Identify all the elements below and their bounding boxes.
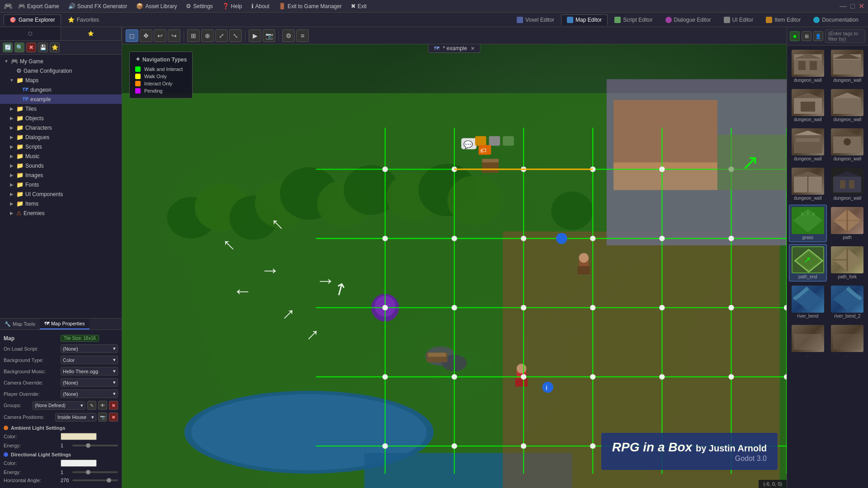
tab-voxel-editor[interactable]: Voxel Editor: [511, 14, 560, 25]
tool-layers[interactable]: ≡: [296, 29, 309, 42]
right-user-button[interactable]: 👤: [813, 31, 823, 41]
tile-dungeon-wall-3[interactable]: dungeon_wall: [789, 87, 827, 124]
menu-settings[interactable]: ⚙ Settings: [182, 2, 216, 10]
on-load-script-select[interactable]: (None) ▾: [61, 344, 118, 353]
camera-positions-delete-button[interactable]: ✖: [109, 413, 118, 422]
map-canvas[interactable]: 🗺 * example ✕: [122, 44, 787, 488]
window-maximize[interactable]: □: [850, 2, 855, 10]
tool-play[interactable]: ▶: [249, 29, 261, 42]
tool-select[interactable]: ◻: [126, 29, 138, 42]
tool-move[interactable]: ✥: [140, 29, 152, 42]
camera-positions-edit-button[interactable]: 📷: [98, 413, 107, 422]
tile-grass[interactable]: grass: [789, 205, 827, 242]
directional-energy-slider[interactable]: [72, 471, 118, 473]
tree-item-items[interactable]: ▶ 📁 Items: [0, 199, 122, 208]
tool-grid[interactable]: ⊞: [187, 29, 200, 42]
tool-settings[interactable]: ⚙: [282, 29, 295, 42]
tree-item-dungeon[interactable]: 🗺 dungeon: [0, 85, 122, 94]
menu-about[interactable]: ℹ About: [248, 2, 273, 10]
tile-dungeon-wall-2[interactable]: dungeon_wall: [829, 47, 867, 85]
left-tab-explorer[interactable]: ⬡: [0, 27, 61, 40]
groups-edit-button[interactable]: ✎: [87, 401, 96, 410]
tab-game-explorer[interactable]: 🎯 Game Explorer: [4, 14, 61, 25]
horizontal-angle-slider[interactable]: [72, 479, 118, 481]
tool-snap[interactable]: ⊕: [201, 29, 214, 42]
tree-item-music[interactable]: ▶ 📁 Music: [0, 151, 122, 161]
tab-documentation[interactable]: Documentation: [807, 14, 864, 25]
right-grid-button[interactable]: ⊞: [802, 31, 811, 41]
tree-item-tiles[interactable]: ▶ 📁 Tiles: [0, 104, 122, 113]
window-minimize[interactable]: —: [840, 2, 847, 10]
tab-map-editor[interactable]: Map Editor: [561, 14, 608, 25]
tile-dungeon-wall-6[interactable]: dungeon_wall: [829, 126, 867, 164]
ambient-color-swatch[interactable]: [61, 433, 97, 440]
menu-sound-fx[interactable]: 🔊 Sound FX Generator: [65, 2, 131, 10]
tree-item-fonts[interactable]: ▶ 📁 Fonts: [0, 180, 122, 189]
tree-item-enemies[interactable]: ▶ ⚠ Enemies: [0, 208, 122, 218]
tile-dungeon-wall-5[interactable]: dungeon_wall: [789, 126, 827, 164]
tool-undo[interactable]: ↩: [154, 29, 166, 42]
menu-export-game[interactable]: 🎮 Export Game: [14, 2, 63, 10]
ambient-energy-slider[interactable]: [72, 445, 118, 446]
tile-river-bend[interactable]: river_bend: [789, 283, 827, 321]
camera-positions-select[interactable]: Inside House ▾: [55, 413, 96, 422]
tab-script-editor[interactable]: Script Editor: [609, 14, 658, 25]
map-properties-tab[interactable]: 🗺 Map Properties: [40, 319, 90, 329]
tile-dungeon-wall-4[interactable]: dungeon_wall: [829, 87, 867, 124]
menu-asset-library[interactable]: 📦 Asset Library: [132, 2, 180, 10]
remove-button[interactable]: ✖: [26, 42, 36, 52]
save-button[interactable]: 💾: [38, 42, 48, 52]
left-tab-favorites[interactable]: ⭐: [61, 27, 122, 40]
tree-item-game-config[interactable]: ⚙ Game Configuration: [0, 66, 122, 75]
tree-item-maps[interactable]: ▼ 📁 Maps: [0, 75, 122, 85]
background-music-select[interactable]: Hello There.ogg ▾: [61, 367, 118, 375]
tree-item-scripts[interactable]: ▶ 📁 Scripts: [0, 142, 122, 151]
camera-override-select[interactable]: (None) ▾: [61, 378, 118, 387]
tile-dungeon-wall-8[interactable]: dungeon_wall: [829, 165, 867, 203]
background-type-select[interactable]: Color ▾: [61, 356, 118, 364]
tree-item-characters[interactable]: ▶ 📁 Characters: [0, 123, 122, 132]
right-green-button[interactable]: ■: [790, 31, 800, 41]
doc-tab-close[interactable]: ✕: [471, 46, 475, 52]
tile-dungeon-wall-1[interactable]: dungeon_wall: [789, 47, 827, 85]
tool-redo[interactable]: ↪: [168, 29, 180, 42]
tree-item-ui-components[interactable]: ▶ 📁 UI Components: [0, 189, 122, 199]
refresh-button[interactable]: 🔄: [3, 42, 13, 52]
tree-item-dialogues[interactable]: ▶ 📁 Dialogues: [0, 132, 122, 142]
tile-river-bend-2[interactable]: river_bend_2: [829, 283, 867, 321]
tree-item-example[interactable]: 🗺 example: [0, 94, 122, 104]
menu-help[interactable]: ❓ Help: [218, 2, 246, 10]
window-close[interactable]: ✕: [859, 2, 864, 10]
tool-expand[interactable]: ⤢: [215, 29, 228, 42]
tab-dialogue-editor[interactable]: Dialogue Editor: [660, 14, 717, 25]
directional-color-swatch[interactable]: [61, 460, 97, 467]
star-button[interactable]: ⭐: [50, 42, 60, 52]
player-override-select[interactable]: (None) ▾: [61, 389, 118, 398]
tree-item-objects[interactable]: ▶ 📁 Objects: [0, 113, 122, 123]
tree-item-my-game[interactable]: ▼ 🎮 My Game: [0, 56, 122, 66]
map-tools-tab[interactable]: 🔧 Map Tools: [0, 319, 40, 329]
groups-delete-button[interactable]: ✖: [109, 401, 118, 410]
tab-item-editor[interactable]: Item Editor: [760, 14, 807, 25]
tool-contract[interactable]: ⤡: [229, 29, 242, 42]
menu-exit[interactable]: ✖ Exit: [347, 2, 370, 10]
tile-extra-2[interactable]: ...: [829, 323, 867, 360]
tree-item-images[interactable]: ▶ 📁 Images: [0, 170, 122, 180]
ambient-energy-thumb[interactable]: [86, 443, 90, 448]
tile-dungeon-wall-7[interactable]: dungeon_wall: [789, 165, 827, 203]
tree-item-sounds[interactable]: ▶ 📁 Sounds: [0, 161, 122, 170]
menu-exit-game-manager[interactable]: 🚪 Exit to Game Manager: [275, 2, 345, 10]
tile-path-fork[interactable]: path_fork: [829, 244, 867, 282]
tile-extra-1[interactable]: ...: [789, 323, 827, 360]
groups-view-button[interactable]: 👁: [98, 401, 107, 410]
tile-path-end[interactable]: ↗ path_end: [789, 244, 827, 282]
directional-energy-thumb[interactable]: [86, 470, 90, 474]
tab-ui-editor[interactable]: UI Editor: [718, 14, 760, 25]
tab-favorites[interactable]: ⭐ Favorites: [62, 14, 105, 25]
tile-path[interactable]: path: [829, 205, 867, 242]
add-button[interactable]: 🔍: [14, 42, 24, 52]
horizontal-angle-thumb[interactable]: [107, 478, 111, 483]
tool-camera[interactable]: 📷: [263, 29, 275, 42]
groups-select[interactable]: (None Defined) ▾: [33, 401, 85, 410]
tile-search-input[interactable]: (Enter tags to filter by): [825, 29, 865, 43]
